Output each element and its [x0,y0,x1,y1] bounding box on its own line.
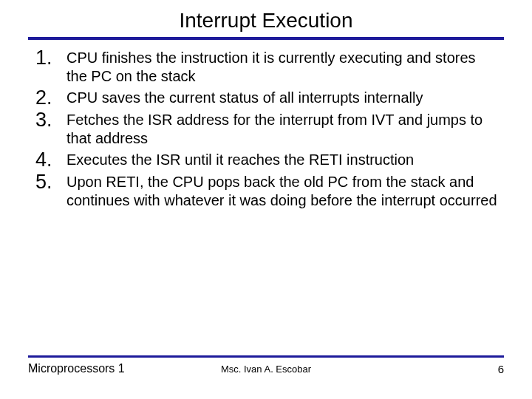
list-item: 4. Executes the ISR until it reaches the… [35,149,499,170]
list-item: 5. Upon RETI, the CPU pops back the old … [35,171,499,210]
item-number: 5. [35,171,66,192]
slide-body: 1. CPU finishes the instruction it is cu… [28,40,504,210]
footer-left: Microprocessors 1 [28,362,125,375]
footer-row: Microprocessors 1 Msc. Ivan A. Escobar 6 [28,362,504,375]
footer: Microprocessors 1 Msc. Ivan A. Escobar 6 [28,355,504,375]
slide: Interrupt Execution 1. CPU finishes the … [0,0,532,399]
item-text: Fetches the ISR address for the interrup… [66,109,499,148]
list-item: 2. CPU saves the current status of all i… [35,87,499,108]
footer-rule [28,355,504,358]
item-number: 1. [35,47,66,68]
page-number: 6 [498,363,504,375]
item-text: Upon RETI, the CPU pops back the old PC … [66,171,499,210]
item-number: 4. [35,149,66,170]
slide-title: Interrupt Execution [28,9,504,35]
item-text: CPU saves the current status of all inte… [66,87,423,107]
item-number: 3. [35,109,66,130]
item-number: 2. [35,87,66,108]
list-item: 3. Fetches the ISR address for the inter… [35,109,499,148]
item-text: Executes the ISR until it reaches the RE… [66,149,414,169]
item-text: CPU finishes the instruction it is curre… [66,47,499,86]
list-item: 1. CPU finishes the instruction it is cu… [35,47,499,86]
